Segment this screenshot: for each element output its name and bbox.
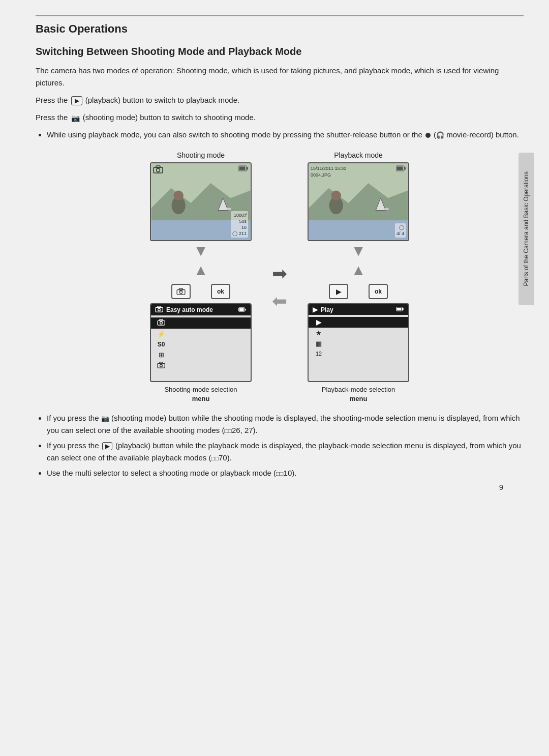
shooting-menu-item-5[interactable] [151,360,251,371]
svg-point-6 [173,191,183,200]
body-text-shooting: Press the 📷 (shooting mode) button to sw… [36,111,524,124]
playback-arrows-down: ▼ [351,243,366,258]
svg-rect-31 [309,220,408,240]
svg-rect-38 [404,167,406,170]
playback-menu-icon-3: ▦ [314,340,324,347]
playback-menu-item-4[interactable]: 12 [309,349,408,358]
svg-rect-16 [179,288,183,290]
playback-menu-icon-4: 12 [314,351,324,357]
arrow-down-playback: ▼ [351,243,366,258]
svg-point-9 [157,168,160,172]
shooting-menu-screen: Easy auto mode [150,303,252,382]
shooting-column: Shooting mode [150,151,252,403]
record-dot-icon [425,133,431,138]
shooting-menu-battery [238,307,247,313]
arrow-down-shooting: ▼ [193,243,208,258]
chapter-title: Basic Operations [36,22,524,36]
page-number: 9 [499,483,503,491]
playback-menu-item-1[interactable]: ▶ [309,317,408,328]
shooting-screen: 1080:f50s16◯ 211 [150,162,252,241]
playback-menu-battery [396,307,404,312]
svg-rect-19 [158,306,161,308]
svg-point-27 [160,365,163,367]
shooting-mode-label: Shooting mode [177,151,225,159]
svg-point-24 [160,322,163,325]
svg-rect-41 [403,308,404,310]
shooting-menu-title: Easy auto mode [166,306,213,313]
movie-icon: 🎧 [436,130,444,141]
bullet-item-3: If you press the ▶ (playback) button whi… [47,440,524,464]
arrow-up-shooting: ▲ [193,263,208,278]
playback-column: Playback mode [308,151,409,403]
shooting-menu-icon-3: S0 [156,341,166,348]
svg-point-18 [158,309,161,311]
playback-screen: 15/11/2011 15:30 0004.JPG ◯ [308,162,409,241]
body-text-playback: Press the ▶ (playback) button to switch … [36,94,524,106]
playback-menu-caption: Playback-mode selection menu [322,385,395,403]
playback-menu-items: ▶ ★ ▦ 12 [309,315,408,360]
svg-point-15 [179,291,182,294]
svg-rect-28 [160,362,163,364]
playback-battery [396,165,406,172]
bullet2-book-icon: □□ [224,427,232,434]
playback-menu-title: Play [321,306,333,313]
playback-ok-button[interactable]: ok [369,284,388,299]
playback-button-row: ▶ ok [329,284,388,299]
svg-rect-21 [245,308,246,310]
playback-menu-header-icon: ▶ [313,306,318,313]
shooting-ok-button[interactable]: ok [211,284,230,299]
svg-rect-39 [397,167,403,170]
playback-menu-header: ▶ Play [309,304,408,315]
playback-date-info: 15/11/2011 15:30 0004.JPG [311,165,346,178]
bullet3-book-icon: □□ [211,455,219,462]
playback-button-icon: ▶ [71,96,82,105]
svg-point-35 [331,191,341,200]
top-rule [36,15,524,16]
shooting-menu-items: ⚡ S0 ⊞ [151,315,251,373]
arrow-left-icon: ⬅ [272,292,287,310]
playback-menu-icon-1: ▶ [314,318,324,326]
shooting-button-icon: 📷 [71,112,80,124]
svg-rect-4 [227,208,231,210]
shooting-cam-button[interactable] [171,284,191,299]
shooting-screen-info: 1080:f50s16◯ 211 [231,211,248,238]
diagram-section: Shooting mode [36,151,524,403]
arrow-right-icon: ➡ [272,265,287,283]
playback-menu-icon-2: ★ [314,329,324,337]
shooting-menu-icon-2: ⚡ [156,330,166,338]
shooting-menu-item-2[interactable]: ⚡ [151,329,251,339]
shooting-menu-icon-5 [156,362,166,370]
playback-play-button[interactable]: ▶ [329,284,348,299]
svg-rect-22 [239,308,244,311]
playback-menu-item-2[interactable]: ★ [309,328,408,338]
shooting-menu-icon-4: ⊞ [156,351,166,359]
bullet-item-4: Use the multi selector to select a shoot… [47,467,524,479]
bullet3-playback-icon: ▶ [102,442,112,450]
side-tab-text: Parts of the Camera and Basic Operations [522,171,531,286]
shooting-menu-header: Easy auto mode [151,304,251,315]
svg-rect-10 [156,166,160,168]
playback-menu-item-3[interactable]: ▦ [309,338,408,349]
shooting-screen-battery [238,165,249,172]
svg-rect-25 [160,319,163,321]
shooting-menu-item-4[interactable]: ⊞ [151,350,251,360]
playback-menu-screen: ▶ Play ▶ ★ [308,303,409,382]
bullet-list-top: While using playback mode, you can also … [47,129,524,141]
shooting-screen-camera-icon [153,165,163,175]
shooting-button-row: ok [171,284,230,299]
bullet-list-bottom: If you press the 📷 (shooting mode) butto… [47,412,524,479]
bullet4-book-icon: □□ [276,470,284,477]
section-heading: Switching Between Shooting Mode and Play… [36,46,524,57]
bullet-item-1: While using playback mode, you can also … [47,129,524,141]
svg-rect-42 [397,308,402,310]
shooting-arrows: ▼ [193,243,208,258]
shooting-menu-item-1[interactable] [151,317,251,329]
svg-rect-12 [247,167,248,170]
shooting-menu-icon-1 [156,319,166,327]
shooting-menu-item-3[interactable]: S0 [151,339,251,350]
side-tab: Parts of the Camera and Basic Operations [518,153,534,305]
playback-arrows-up: ▲ [351,263,366,278]
arrow-up-playback: ▲ [351,263,366,278]
bullet2-camera-icon: 📷 [101,415,109,422]
center-arrows: ➡ ⬅ [272,171,287,403]
